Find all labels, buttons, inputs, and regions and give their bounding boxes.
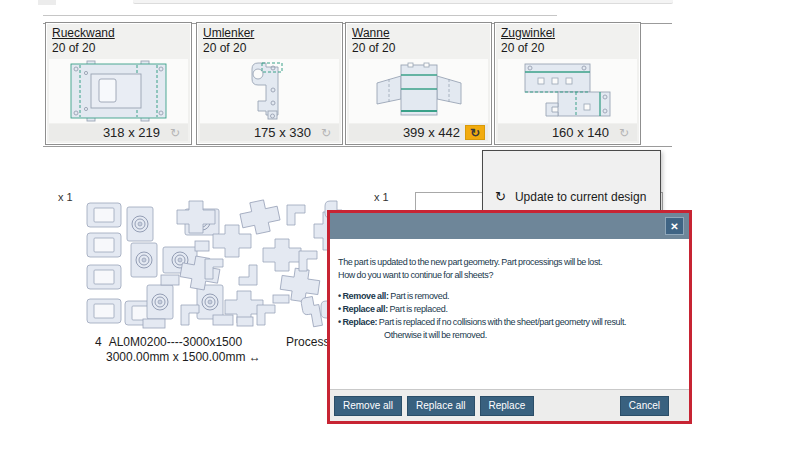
part-card-count: 20 of 20 bbox=[203, 41, 336, 55]
dialog-option-remove-all: • Remove all: Part is removed. bbox=[338, 290, 681, 303]
part-drawing-rueckwand bbox=[49, 59, 188, 123]
replace-all-button[interactable]: Replace all bbox=[407, 396, 474, 416]
orientation-arrow-icon: ↔ bbox=[249, 350, 261, 364]
close-icon[interactable]: ✕ bbox=[665, 217, 684, 235]
sheet1-nest-thumbnail[interactable] bbox=[85, 199, 363, 332]
context-menu: ↻ Update to current design bbox=[482, 150, 661, 214]
part-card-wanne[interactable]: Wanne 20 of 20 399 x 442 ↻ bbox=[345, 22, 492, 145]
dialog-footer: Remove all Replace all Replace Cancel bbox=[330, 389, 689, 421]
part-size-label: 399 x 442 bbox=[403, 125, 460, 140]
part-card-title: Umlenker bbox=[203, 26, 336, 40]
replace-button[interactable]: Replace bbox=[480, 396, 535, 416]
update-part-dialog: ✕ The part is updated to the new part ge… bbox=[327, 210, 692, 424]
part-size-label: 160 x 140 bbox=[552, 125, 609, 140]
dialog-message-line2: How do you want to continue for all shee… bbox=[338, 269, 681, 282]
part-card-title: Wanne bbox=[352, 26, 485, 40]
dialog-option-replace: • Replace: Part is replaced if no collis… bbox=[338, 316, 681, 329]
part-card-count: 20 of 20 bbox=[501, 41, 634, 55]
menu-item-update-to-current-design[interactable]: ↻ Update to current design bbox=[495, 189, 646, 204]
part-card-rueckwand[interactable]: Rueckwand 20 of 20 318 x 219 ↻ bbox=[45, 22, 192, 145]
dialog-option-replace-all: • Replace all: Part is replaced. bbox=[338, 303, 681, 316]
part-card-count: 20 of 20 bbox=[52, 41, 185, 55]
dialog-option-replace-cont: Otherwise it will be removed. bbox=[384, 329, 681, 342]
part-drawing-umlenker bbox=[200, 59, 339, 123]
dialog-body: The part is updated to the new part geom… bbox=[330, 239, 689, 389]
remove-all-button[interactable]: Remove all bbox=[334, 396, 402, 416]
panel-top-separator bbox=[43, 15, 557, 16]
refresh-icon: ↻ bbox=[495, 189, 506, 204]
dialog-message-line1: The part is updated to the new part geom… bbox=[338, 256, 681, 269]
refresh-part-icon[interactable]: ↻ bbox=[316, 125, 336, 140]
refresh-part-icon[interactable]: ↻ bbox=[614, 125, 634, 140]
part-card-zugwinkel[interactable]: Zugwinkel 20 of 20 160 x 140 ↻ bbox=[494, 22, 641, 145]
refresh-part-icon-active[interactable]: ↻ bbox=[465, 125, 485, 140]
sheet1-name: AL0M0200----3000x1500 bbox=[109, 335, 242, 349]
menu-item-label: Update to current design bbox=[515, 190, 646, 204]
sheet1-index: 4 bbox=[95, 335, 102, 349]
part-card-title: Zugwinkel bbox=[501, 26, 634, 40]
cancel-button[interactable]: Cancel bbox=[620, 396, 669, 416]
sheet1-multiplier: x 1 bbox=[58, 191, 73, 203]
toolbar-fragment bbox=[38, 0, 56, 5]
toolbar-edge bbox=[133, 0, 673, 4]
part-card-umlenker[interactable]: Umlenker 20 of 20 175 x 330 ↻ bbox=[196, 22, 343, 145]
part-card-count: 20 of 20 bbox=[352, 41, 485, 55]
part-card-title: Rueckwand bbox=[52, 26, 185, 40]
sheet1-dimensions: 3000.00mm x 1500.00mm ↔ bbox=[106, 350, 261, 364]
part-drawing-wanne bbox=[349, 59, 488, 123]
cards-row-bottom-line bbox=[43, 146, 672, 147]
part-size-label: 175 x 330 bbox=[254, 125, 311, 140]
dialog-titlebar[interactable]: ✕ bbox=[330, 213, 689, 239]
part-size-label: 318 x 219 bbox=[103, 125, 160, 140]
refresh-part-icon[interactable]: ↻ bbox=[165, 125, 185, 140]
part-drawing-zugwinkel bbox=[498, 59, 637, 123]
sheet2-multiplier: x 1 bbox=[374, 191, 389, 203]
